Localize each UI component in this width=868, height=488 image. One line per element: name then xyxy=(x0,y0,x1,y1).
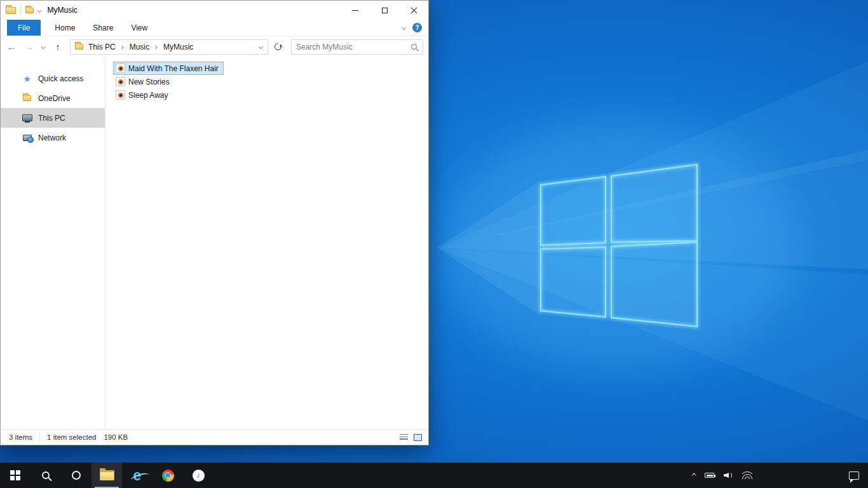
tab-view[interactable]: View xyxy=(122,20,156,36)
minimize-icon xyxy=(352,10,358,11)
wifi-icon xyxy=(742,471,752,479)
battery-icon xyxy=(705,473,714,478)
search-input[interactable] xyxy=(296,43,411,51)
taskbar-search-button[interactable] xyxy=(31,463,61,488)
speaker-icon xyxy=(724,471,733,479)
internet-explorer-icon: e xyxy=(133,468,142,483)
breadcrumb-mymusic[interactable]: MyMusic xyxy=(159,43,197,51)
windows-logo-icon xyxy=(10,470,21,481)
sidebar-item-quick-access[interactable]: ★ Quick access xyxy=(1,69,105,88)
sidebar-item-onedrive[interactable]: OneDrive xyxy=(1,88,105,108)
computer-icon xyxy=(22,114,32,121)
item-count: 3 items xyxy=(9,433,32,441)
network-icon xyxy=(22,135,32,141)
large-icons-view-icon[interactable] xyxy=(414,434,422,441)
audio-file-icon xyxy=(116,90,125,100)
audio-file-icon xyxy=(116,77,125,86)
ribbon-tabs: File Home Share View ? xyxy=(1,20,428,36)
breadcrumb-this-pc[interactable]: This PC xyxy=(85,43,119,51)
refresh-button[interactable] xyxy=(269,39,286,55)
maximize-button[interactable] xyxy=(370,1,399,20)
sidebar-item-label: This PC xyxy=(38,114,65,123)
file-item-sleep-away[interactable]: Sleep Away xyxy=(113,88,173,102)
back-button[interactable]: ← xyxy=(3,39,20,55)
chevron-up-icon xyxy=(692,473,696,477)
file-name: Sleep Away xyxy=(128,91,168,100)
sidebar-item-label: Quick access xyxy=(38,74,83,83)
chrome-icon xyxy=(162,470,174,482)
volume-button[interactable] xyxy=(724,471,733,479)
status-bar: 3 items 1 item selected 190 KB xyxy=(1,429,428,445)
system-tray xyxy=(693,463,868,488)
action-center-icon xyxy=(849,471,859,480)
file-item-new-stories[interactable]: New Stories xyxy=(113,75,175,88)
cortana-button[interactable] xyxy=(61,463,92,488)
sidebar-item-network[interactable]: Network xyxy=(1,128,105,147)
battery-button[interactable] xyxy=(705,473,714,478)
network-tray-button[interactable] xyxy=(742,471,752,479)
tab-share[interactable]: Share xyxy=(84,20,122,36)
ribbon-right-controls: ? xyxy=(402,20,429,36)
close-icon xyxy=(410,7,417,14)
taskbar-internet-explorer-button[interactable]: e xyxy=(122,463,153,488)
search-icon xyxy=(42,471,50,479)
show-hidden-icons-button[interactable] xyxy=(693,474,696,477)
audio-file-icon xyxy=(116,64,125,73)
quick-access-star-icon: ★ xyxy=(22,74,32,83)
address-bar: ← → ↑ This PC › Music › MyMusic xyxy=(1,36,428,57)
quick-access-toolbar-icon[interactable] xyxy=(25,8,34,13)
address-dropdown-button[interactable] xyxy=(256,45,266,48)
titlebar: MyMusic xyxy=(1,1,428,20)
breadcrumb-separator-icon: › xyxy=(154,43,158,51)
taskbar-chrome-button[interactable] xyxy=(153,463,183,488)
breadcrumb[interactable]: This PC › Music › MyMusic xyxy=(70,39,268,55)
help-icon[interactable]: ? xyxy=(412,23,422,32)
taskbar-file-explorer-button[interactable] xyxy=(92,463,122,488)
chevron-down-icon xyxy=(259,44,262,48)
chevron-down-icon xyxy=(41,44,45,48)
status-divider xyxy=(39,433,40,442)
tab-home[interactable]: Home xyxy=(46,20,84,36)
selection-size: 190 KB xyxy=(104,433,128,441)
taskbar-itunes-button[interactable]: ♪ xyxy=(183,463,214,488)
search-icon[interactable] xyxy=(411,44,417,50)
sidebar-item-label: Network xyxy=(38,133,66,142)
search-box xyxy=(291,39,423,55)
desktop: MyMusic File Home Share View ? ← → ↑ xyxy=(0,0,868,488)
details-view-icon[interactable] xyxy=(400,434,408,440)
file-name: New Stories xyxy=(128,78,170,86)
cortana-icon xyxy=(72,471,81,480)
maximize-icon xyxy=(382,8,388,13)
file-list: Maid With The Flaxen Hair New Stories Sl… xyxy=(105,57,428,429)
location-folder-icon xyxy=(75,44,83,50)
onedrive-folder-icon xyxy=(22,95,32,101)
recent-locations-button[interactable] xyxy=(39,39,48,55)
selection-count: 1 item selected xyxy=(47,433,96,441)
content-area: ★ Quick access OneDrive This PC Network xyxy=(1,57,428,429)
forward-button[interactable]: → xyxy=(21,39,37,55)
expand-ribbon-icon[interactable] xyxy=(402,25,405,29)
breadcrumb-music[interactable]: Music xyxy=(126,43,153,51)
window-title: MyMusic xyxy=(48,6,78,15)
taskbar: e ♪ xyxy=(0,463,868,488)
itunes-icon: ♪ xyxy=(193,470,205,482)
tab-file[interactable]: File xyxy=(7,20,41,36)
minimize-button[interactable] xyxy=(341,1,370,20)
quick-access-toolbar xyxy=(1,6,41,15)
close-button[interactable] xyxy=(399,1,428,20)
refresh-icon xyxy=(273,42,283,52)
app-folder-icon[interactable] xyxy=(6,7,16,14)
file-name: Maid With The Flaxen Hair xyxy=(128,64,219,73)
sidebar-item-this-pc[interactable]: This PC xyxy=(1,108,105,128)
start-button[interactable] xyxy=(0,463,31,488)
titlebar-separator xyxy=(20,6,21,15)
sidebar-item-label: OneDrive xyxy=(38,94,71,103)
window-controls xyxy=(341,1,428,20)
view-toggles xyxy=(400,434,422,441)
explorer-window: MyMusic File Home Share View ? ← → ↑ xyxy=(0,0,429,445)
file-explorer-icon xyxy=(100,470,114,480)
up-button[interactable]: ↑ xyxy=(50,39,66,55)
file-item-maid-with-the-flaxen-hair[interactable]: Maid With The Flaxen Hair xyxy=(113,62,224,75)
action-center-button[interactable] xyxy=(840,471,868,480)
quick-access-toolbar-chevron-icon[interactable] xyxy=(37,8,41,12)
